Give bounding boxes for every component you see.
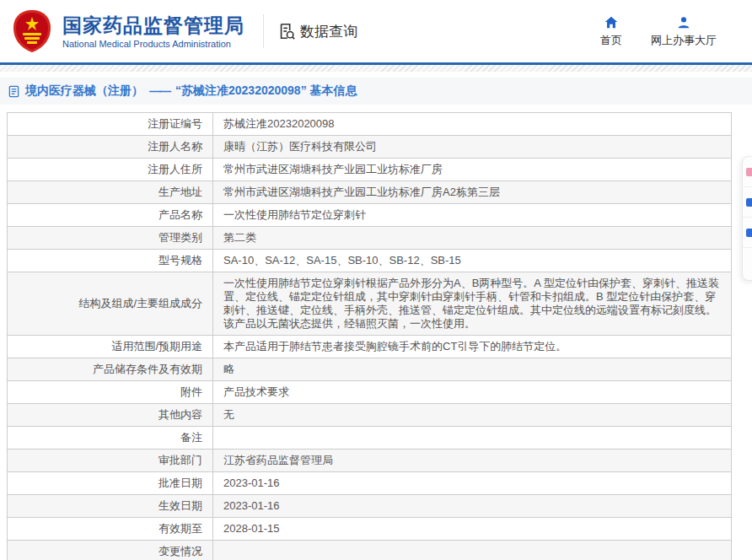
field-label: 变更情况 xyxy=(8,541,213,560)
field-value: 常州市武进区湖塘科技产业园工业坊标准厂房 xyxy=(213,159,732,181)
page-header: 国家药品监督管理局 National Medical Products Admi… xyxy=(0,0,752,62)
field-label: 生效日期 xyxy=(8,495,213,518)
registration-info-table: 注册证编号 苏械注准20232020098 注册人名称 康晴（江苏）医疗科技有限… xyxy=(7,112,732,560)
table-row: 有效期至 2028-01-15 xyxy=(8,518,732,541)
data-query-button[interactable]: 数据查询 xyxy=(277,22,357,41)
field-value: 常州市武进区湖塘科技产业园工业坊标准厂房A2栋第三层 xyxy=(213,181,732,204)
quick-panel-item-3[interactable] xyxy=(743,218,752,248)
field-value xyxy=(213,541,732,560)
table-row: 其他内容 无 xyxy=(8,404,732,427)
field-label: 附件 xyxy=(8,381,213,404)
header-divider xyxy=(263,14,264,48)
site-subtitle: National Medical Products Administration xyxy=(62,39,244,49)
brand-block: 国家药品监督管理局 National Medical Products Admi… xyxy=(62,14,260,49)
nav-service-hall-label: 网上办事大厅 xyxy=(651,33,717,48)
field-value: 2028-01-15 xyxy=(213,518,732,541)
table-row: 变更情况 xyxy=(8,541,732,560)
table-row: 管理类别 第二类 xyxy=(8,227,732,250)
field-label: 生产地址 xyxy=(8,181,213,204)
breadcrumb: 境内医疗器械（注册） —— “苏械注准20232020098” 基本信息 xyxy=(0,78,752,105)
data-query-label: 数据查询 xyxy=(300,22,357,41)
quick-panel-item-4[interactable] xyxy=(743,248,752,278)
field-value: 本产品适用于肺结节患者接受胸腔镜手术前的CT引导下的肺结节定位。 xyxy=(213,336,732,358)
field-value: 江苏省药品监督管理局 xyxy=(213,450,732,472)
nav-service-hall[interactable]: 网上办事大厅 xyxy=(651,15,717,48)
table-row: 备注 xyxy=(8,427,732,450)
field-value: 无 xyxy=(213,404,732,427)
table-row: 型号规格 SA-10、SA-12、SA-15、SB-10、SB-12、SB-15 xyxy=(8,250,732,272)
table-row: 附件 产品技术要求 xyxy=(8,381,732,404)
field-value: 2023-01-16 xyxy=(213,495,732,518)
field-label: 批准日期 xyxy=(8,472,213,495)
field-label: 适用范围/预期用途 xyxy=(8,336,213,358)
document-search-icon xyxy=(277,22,296,40)
floating-quick-panel xyxy=(742,156,752,281)
table-row: 产品储存条件及有效期 略 xyxy=(8,358,732,381)
table-row: 生效日期 2023-01-16 xyxy=(8,495,732,518)
field-value: 康晴（江苏）医疗科技有限公司 xyxy=(213,136,732,159)
field-label: 审批部门 xyxy=(8,450,213,472)
field-value: 第二类 xyxy=(213,227,732,250)
table-row: 注册人住所 常州市武进区湖塘科技产业园工业坊标准厂房 xyxy=(8,159,732,181)
field-label: 其他内容 xyxy=(8,404,213,427)
field-label: 有效期至 xyxy=(8,518,213,541)
field-label: 注册证编号 xyxy=(8,113,213,136)
table-row: 批准日期 2023-01-16 xyxy=(8,472,732,495)
user-icon xyxy=(676,15,691,30)
field-label: 产品储存条件及有效期 xyxy=(8,358,213,381)
nav-home-label: 首页 xyxy=(600,33,622,48)
home-icon xyxy=(604,15,619,30)
quick-panel-item-2[interactable] xyxy=(743,187,752,218)
document-icon xyxy=(8,85,19,98)
table-row: 注册人名称 康晴（江苏）医疗科技有限公司 xyxy=(8,136,732,159)
field-value: 略 xyxy=(213,358,732,381)
field-value: 2023-01-16 xyxy=(213,472,732,495)
table-row: 审批部门 江苏省药品监督管理局 xyxy=(8,450,732,472)
field-value: 一次性使用肺结节定位穿刺针 xyxy=(213,204,732,227)
quick-panel-icon-3 xyxy=(746,229,752,237)
field-label: 结构及组成/主要组成成分 xyxy=(8,272,213,336)
table-row: 生产地址 常州市武进区湖塘科技产业园工业坊标准厂房A2栋第三层 xyxy=(8,181,732,204)
quick-panel-item-1[interactable] xyxy=(743,157,752,187)
nav-home[interactable]: 首页 xyxy=(600,15,622,48)
quick-panel-icon-1 xyxy=(746,168,752,176)
breadcrumb-separator: —— xyxy=(149,84,169,98)
table-row: 结构及组成/主要组成成分 一次性使用肺结节定位穿刺针根据产品外形分为A、B两种型… xyxy=(8,272,732,336)
field-label: 备注 xyxy=(8,427,213,450)
national-emblem-logo xyxy=(12,9,52,53)
striped-divider xyxy=(0,65,752,72)
field-label: 型号规格 xyxy=(8,250,213,272)
table-row: 注册证编号 苏械注准20232020098 xyxy=(8,113,732,136)
table-row: 适用范围/预期用途 本产品适用于肺结节患者接受胸腔镜手术前的CT引导下的肺结节定… xyxy=(8,336,732,358)
breadcrumb-current: “苏械注准20232020098” 基本信息 xyxy=(175,83,357,99)
breadcrumb-category[interactable]: 境内医疗器械（注册） xyxy=(25,83,143,99)
field-label: 管理类别 xyxy=(8,227,213,250)
field-label: 注册人名称 xyxy=(8,136,213,159)
site-title: 国家药品监督管理局 xyxy=(62,14,244,36)
quick-panel-icon-2 xyxy=(746,198,752,207)
field-value: 产品技术要求 xyxy=(213,381,732,404)
table-row: 产品名称 一次性使用肺结节定位穿刺针 xyxy=(8,204,732,227)
field-value xyxy=(213,427,732,450)
field-label: 产品名称 xyxy=(8,204,213,227)
field-value: SA-10、SA-12、SA-15、SB-10、SB-12、SB-15 xyxy=(213,250,732,272)
field-label: 注册人住所 xyxy=(8,159,213,181)
field-value: 一次性使用肺结节定位穿刺针根据产品外形分为A、B两种型号。A 型定位针由保护套、… xyxy=(213,272,732,336)
field-value: 苏械注准20232020098 xyxy=(213,113,732,136)
